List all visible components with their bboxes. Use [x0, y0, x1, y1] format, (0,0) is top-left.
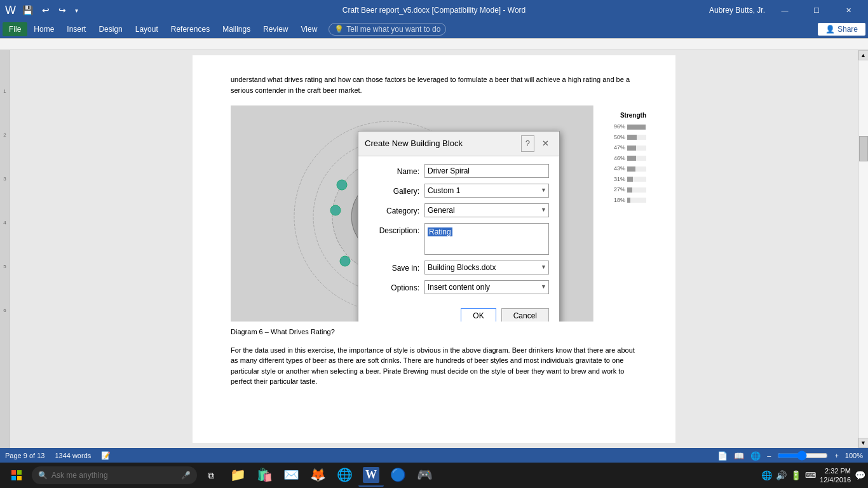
store-icon: 🛍️	[257, 467, 273, 482]
strength-pct-3: 47%	[607, 144, 625, 152]
document-page[interactable]: understand what drives rating and how ca…	[193, 55, 675, 443]
gallery-select[interactable]: Custom 1 Quick Parts AutoText	[424, 184, 549, 198]
tell-me-box[interactable]: 💡 Tell me what you want to do	[329, 23, 446, 36]
keyboard-icon[interactable]: ⌨	[805, 471, 816, 480]
dialog-title: Create New Building Block	[365, 137, 463, 150]
category-field-row: Category: General Built-In Custom ▼	[369, 203, 549, 217]
menu-layout[interactable]: Layout	[129, 22, 165, 36]
svg-point-25	[340, 256, 350, 266]
strength-row-8: 18%	[597, 196, 646, 205]
taskbar-chrome-button[interactable]: 🌐	[332, 464, 357, 487]
zoom-in-icon[interactable]: +	[834, 452, 838, 459]
menu-view[interactable]: View	[295, 22, 324, 36]
description-label: Description:	[369, 223, 419, 236]
restore-button[interactable]: ☐	[802, 0, 831, 20]
start-button[interactable]	[3, 464, 31, 487]
diagram-caption: Diagram 6 – What Drives Rating?	[231, 327, 637, 337]
customize-icon[interactable]: ▾	[72, 6, 81, 15]
category-select[interactable]: General Built-In Custom	[424, 203, 549, 217]
window-controls: — ☐ ✕	[770, 0, 863, 20]
minimize-button[interactable]: —	[770, 0, 799, 20]
menu-references[interactable]: References	[165, 22, 216, 36]
layout-web-icon[interactable]: 🌐	[750, 451, 761, 461]
volume-icon[interactable]: 🔊	[776, 470, 787, 480]
taskbar-search-input[interactable]	[51, 471, 177, 480]
strength-bar-5	[627, 166, 646, 172]
scroll-thumb[interactable]	[859, 136, 868, 161]
browser1-icon: 🦊	[310, 467, 326, 482]
strength-bar-4	[627, 156, 646, 161]
clock-time: 2:32 PM	[820, 466, 851, 475]
save-in-select-wrap: Building Blocks.dotx Normal.dotm ▼	[424, 261, 549, 274]
dialog-help-button[interactable]: ?	[521, 135, 534, 152]
network-icon[interactable]: 🌐	[761, 470, 772, 480]
tell-me-label: Tell me what you want to do	[346, 25, 440, 34]
taskbar-word-button[interactable]: W	[358, 464, 384, 487]
name-input[interactable]	[424, 164, 549, 178]
strength-pct-4: 46%	[607, 154, 625, 163]
clock[interactable]: 2:32 PM 12/4/2016	[820, 466, 851, 485]
taskbar-browser1-button[interactable]: 🦊	[305, 464, 330, 487]
create-building-block-dialog: Create New Building Block ? ✕ Name:	[358, 131, 560, 322]
left-margin-bar: 1 2 3 4 5 6	[0, 50, 10, 448]
strength-bar-7	[627, 187, 646, 193]
strength-row-7: 27%	[597, 186, 646, 194]
save-in-select[interactable]: Building Blocks.dotx Normal.dotm	[424, 261, 549, 274]
microphone-icon[interactable]: 🎤	[181, 471, 191, 480]
margin-num-3: 3	[3, 176, 6, 182]
scroll-down-button[interactable]: ▼	[858, 438, 869, 448]
scroll-up-button[interactable]: ▲	[858, 50, 869, 60]
taskbar-explorer-button[interactable]: 📁	[225, 464, 250, 487]
layout-read-icon[interactable]: 📖	[734, 451, 744, 461]
title-bar-left: W 💾 ↩ ↪ ▾	[5, 4, 81, 17]
cancel-button[interactable]: Cancel	[501, 308, 549, 322]
menu-review[interactable]: Review	[257, 22, 294, 36]
document-area: 1 2 3 4 5 6 understand what drives ratin…	[0, 50, 868, 448]
taskbar-mail-button[interactable]: ✉️	[278, 464, 304, 487]
notification-icon[interactable]: 💬	[855, 470, 865, 480]
battery-icon[interactable]: 🔋	[790, 470, 801, 480]
menu-insert[interactable]: Insert	[60, 22, 92, 36]
strength-bar-8	[627, 198, 646, 203]
zoom-out-icon[interactable]: –	[767, 452, 771, 459]
taskbar-search-box[interactable]: 🔍 🎤	[32, 466, 197, 484]
strength-chart: Strength 96% 50% 47% 46%	[593, 105, 650, 322]
undo-icon[interactable]: ↩	[39, 4, 52, 17]
proofing-icon[interactable]: 📝	[101, 451, 111, 460]
menu-file[interactable]: File	[3, 22, 27, 36]
menu-home[interactable]: Home	[27, 22, 60, 36]
menu-design[interactable]: Design	[92, 22, 128, 36]
page-info: Page 9 of 13	[5, 452, 44, 459]
strength-row-6: 31%	[597, 175, 646, 184]
svg-point-24	[330, 205, 341, 215]
dialog-title-bar: Create New Building Block ? ✕	[358, 132, 559, 156]
share-button[interactable]: 👤 Share	[818, 23, 865, 36]
menu-mailings[interactable]: Mailings	[216, 22, 257, 36]
svg-rect-30	[17, 476, 22, 480]
title-bar: W 💾 ↩ ↪ ▾ Craft Beer report_v5.docx [Com…	[0, 0, 868, 20]
word-taskbar-icon: W	[363, 467, 379, 483]
options-select[interactable]: Insert content only Insert content in it…	[424, 280, 549, 294]
zoom-slider[interactable]	[777, 452, 828, 459]
dialog-close-button[interactable]: ✕	[538, 136, 553, 151]
taskbar-edge-button[interactable]: 🔵	[385, 464, 410, 487]
close-button[interactable]: ✕	[834, 0, 863, 20]
margin-num-4: 4	[3, 220, 6, 226]
scroll-track[interactable]	[858, 60, 868, 438]
taskbar-store-button[interactable]: 🛍️	[252, 464, 277, 487]
task-view-button[interactable]: ⧉	[198, 464, 224, 487]
edge-icon: 🔵	[390, 467, 406, 482]
dialog-footer: OK Cancel	[358, 304, 559, 322]
ok-button[interactable]: OK	[461, 308, 496, 322]
category-label: Category:	[369, 203, 419, 217]
ruler: 1 2 3 4 5 6 7	[0, 39, 868, 50]
strength-pct-7: 27%	[607, 186, 625, 194]
layout-normal-icon[interactable]: 📄	[717, 451, 728, 461]
redo-icon[interactable]: ↪	[56, 4, 69, 17]
save-icon[interactable]: 💾	[20, 4, 36, 17]
strength-bar-6	[627, 177, 646, 182]
user-name: Aubrey Butts, Jr.	[709, 6, 765, 15]
zoom-level: 100%	[845, 452, 863, 459]
scrollbar-right[interactable]: ▲ ▼	[858, 50, 868, 448]
taskbar-game-button[interactable]: 🎮	[412, 464, 437, 487]
